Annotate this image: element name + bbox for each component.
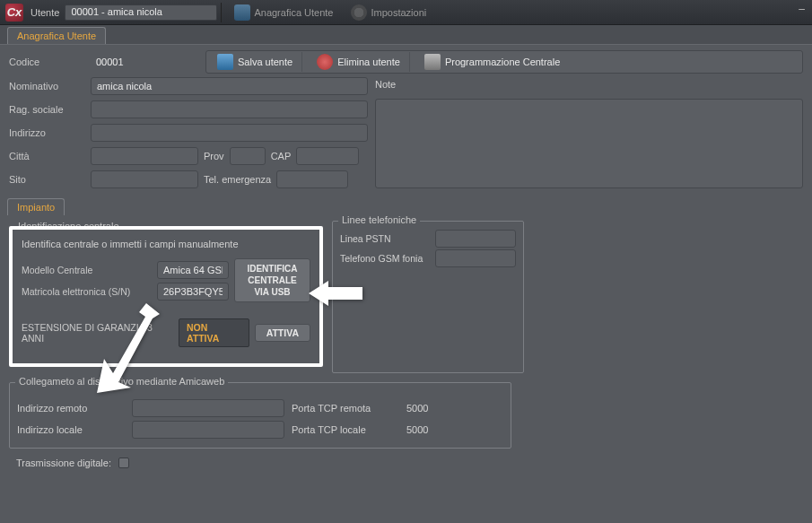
trasmissione-digitale-checkbox[interactable] (118, 458, 129, 468)
rag-sociale-input[interactable] (91, 100, 368, 118)
attiva-button[interactable]: ATTIVA (255, 324, 310, 342)
matricola-label: Matricola elettronica (S/N) (22, 286, 152, 297)
cap-label: CAP (271, 151, 292, 161)
sito-input[interactable] (91, 170, 198, 188)
porta-locale-label: Porta TCP locale (292, 424, 399, 435)
indirizzo-locale-label: Indirizzo locale (17, 424, 125, 435)
rag-sociale-label: Rag. sociale (9, 104, 85, 115)
warranty-status: NON ATTIVA (179, 318, 249, 347)
indirizzo-input[interactable] (91, 124, 368, 142)
prov-label: Prov (204, 151, 224, 161)
linee-telefoniche-panel: Linee telefoniche Linea PSTN Telefono GS… (332, 221, 524, 373)
nominativo-input[interactable] (91, 77, 368, 95)
impostazioni-nav[interactable]: Impostazioni (342, 0, 435, 25)
impostazioni-nav-label: Impostazioni (371, 7, 426, 18)
tab-anagrafica-utente[interactable]: Anagrafica Utente (7, 27, 106, 44)
minimize-button[interactable]: – (799, 3, 805, 15)
matricola-input[interactable] (157, 283, 229, 301)
modello-centrale-label: Modello Centrale (22, 265, 152, 275)
telefono-gsm-input[interactable] (435, 249, 516, 267)
app-logo-icon: Cx (5, 4, 23, 22)
identificazione-subtitle: Identifica centrale o immetti i campi ma… (22, 239, 310, 249)
amicaweb-panel: Collegameto al dispositivo mediante Amic… (9, 382, 511, 449)
separator (221, 3, 222, 22)
title-bar: Cx Utente 00001 - amica nicola Anagrafic… (0, 0, 812, 25)
header-row: Codice 00001 Salva utente Elimina utente… (0, 45, 812, 74)
indirizzo-locale-input[interactable] (132, 421, 284, 439)
linea-pstn-label: Linea PSTN (340, 233, 430, 244)
tab-impianto[interactable]: Impianto (7, 198, 65, 215)
indirizzo-label: Indirizzo (9, 127, 85, 138)
codice-value: 00001 (96, 57, 195, 67)
chip-icon (424, 54, 441, 70)
amicaweb-legend: Collegameto al dispositivo mediante Amic… (15, 376, 228, 387)
indirizzo-remoto-label: Indirizzo remoto (17, 403, 125, 414)
anagrafica-nav-label: Anagrafica Utente (254, 7, 333, 18)
salva-label: Salva utente (238, 57, 292, 67)
note-textarea[interactable] (375, 99, 803, 188)
user-icon (234, 4, 250, 21)
modello-centrale-input[interactable] (157, 261, 229, 279)
prov-input[interactable] (230, 147, 266, 165)
toolbar: Salva utente Elimina utente Programmazio… (205, 50, 803, 74)
identifica-btn-line1: IDENTIFICA (240, 263, 304, 275)
content-tabs: Anagrafica Utente (0, 25, 812, 45)
warranty-text: ESTENSIONE DI GARANZIA 3 ANNI (22, 322, 173, 344)
citta-label: Città (9, 151, 85, 161)
salva-utente-button[interactable]: Salva utente (208, 52, 302, 72)
sito-label: Sito (9, 174, 85, 185)
anagrafica-utente-nav[interactable]: Anagrafica Utente (225, 0, 342, 25)
impianto-tabs: Impianto (0, 196, 812, 215)
programmazione-centrale-button[interactable]: Programmazione Centrale (415, 52, 569, 72)
note-label: Note (375, 79, 396, 90)
linea-pstn-input[interactable] (435, 230, 516, 248)
elimina-utente-button[interactable]: Elimina utente (308, 52, 410, 72)
prog-label: Programmazione Centrale (445, 57, 560, 67)
elimina-label: Elimina utente (337, 57, 400, 67)
delete-icon (317, 54, 333, 70)
codice-label: Codice (9, 57, 85, 67)
porta-locale-value: 5000 (406, 424, 428, 435)
tel-emergenza-label: Tel. emergenza (204, 174, 271, 185)
tel-emergenza-input[interactable] (276, 170, 348, 188)
indirizzo-remoto-input[interactable] (132, 399, 284, 417)
porta-remota-label: Porta TCP remota (292, 403, 399, 414)
porta-remota-value: 5000 (406, 403, 428, 414)
identificazione-centrale-panel: Identifica centrale o immetti i campi ma… (9, 226, 323, 367)
cap-input[interactable] (296, 147, 359, 165)
gear-icon (351, 4, 367, 21)
identifica-btn-line2: CENTRALE VIA USB (240, 275, 304, 298)
utente-label: Utente (31, 7, 59, 18)
trasmissione-digitale-label: Trasmissione digitale: (16, 458, 111, 468)
telefono-gsm-label: Telefono GSM fonia (340, 253, 430, 264)
utente-select[interactable]: 00001 - amica nicola (65, 4, 217, 21)
save-icon (217, 54, 233, 70)
nominativo-label: Nominativo (9, 81, 85, 92)
linee-legend: Linee telefoniche (338, 214, 420, 225)
identifica-centrale-usb-button[interactable]: IDENTIFICA CENTRALE VIA USB (234, 258, 310, 302)
citta-input[interactable] (91, 147, 198, 165)
